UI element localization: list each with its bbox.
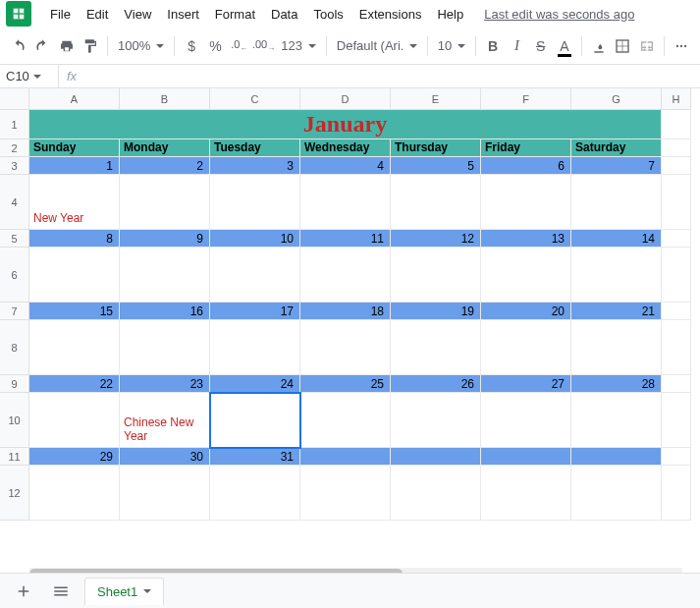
col-header-B[interactable]: B: [120, 88, 210, 110]
italic-button[interactable]: I: [506, 33, 527, 59]
day-header-sat[interactable]: Saturday: [571, 139, 662, 157]
event-cell[interactable]: [391, 320, 481, 375]
date-cell[interactable]: 18: [300, 303, 391, 320]
last-edit-link[interactable]: Last edit was seconds ago: [484, 7, 634, 22]
selected-cell[interactable]: [210, 393, 300, 448]
event-cell[interactable]: [210, 466, 300, 521]
date-cell[interactable]: 19: [391, 303, 481, 320]
row-header-5[interactable]: 5: [0, 230, 29, 248]
col-header-C[interactable]: C: [210, 88, 300, 110]
event-cell[interactable]: [391, 175, 481, 230]
name-box[interactable]: C10: [0, 65, 59, 87]
event-cell[interactable]: [571, 393, 662, 448]
date-cell[interactable]: 6: [481, 157, 571, 175]
date-cell[interactable]: 5: [391, 157, 481, 175]
event-cell[interactable]: [481, 248, 571, 303]
day-header-fri[interactable]: Friday: [481, 139, 571, 157]
day-header-tue[interactable]: Tuesday: [210, 139, 300, 157]
row-header-1[interactable]: 1: [0, 110, 29, 139]
cell[interactable]: [662, 175, 691, 230]
day-header-mon[interactable]: Monday: [120, 139, 210, 157]
select-all-corner[interactable]: [0, 88, 29, 110]
row-header-2[interactable]: 2: [0, 139, 29, 157]
date-cell[interactable]: 25: [300, 375, 391, 393]
undo-icon[interactable]: [8, 33, 29, 59]
col-header-G[interactable]: G: [571, 88, 662, 110]
row-header-10[interactable]: 10: [0, 393, 29, 448]
event-cell[interactable]: [120, 248, 210, 303]
date-cell[interactable]: 31: [210, 448, 300, 466]
date-cell[interactable]: 17: [210, 303, 300, 320]
date-cell[interactable]: 14: [571, 230, 662, 248]
event-cell[interactable]: [29, 320, 120, 375]
event-cell[interactable]: [571, 248, 662, 303]
date-cell[interactable]: [391, 448, 481, 466]
cell[interactable]: [662, 230, 691, 248]
bold-button[interactable]: B: [482, 33, 504, 59]
menu-extensions[interactable]: Extensions: [352, 3, 429, 26]
percent-button[interactable]: %: [204, 33, 226, 59]
menu-tools[interactable]: Tools: [306, 3, 350, 26]
event-cell[interactable]: [481, 393, 571, 448]
paint-format-icon[interactable]: [80, 33, 101, 59]
col-header-F[interactable]: F: [481, 88, 571, 110]
date-cell[interactable]: 22: [29, 375, 120, 393]
date-cell[interactable]: 21: [571, 303, 662, 320]
event-cell[interactable]: [300, 393, 391, 448]
zoom-select[interactable]: 100%: [114, 33, 168, 59]
date-cell[interactable]: 4: [300, 157, 391, 175]
merge-cells-icon[interactable]: [636, 33, 658, 59]
event-cell[interactable]: [300, 175, 391, 230]
formula-bar-input[interactable]: [84, 65, 700, 87]
cell[interactable]: [662, 248, 691, 303]
cell[interactable]: [662, 320, 691, 375]
date-cell[interactable]: 29: [29, 448, 120, 466]
date-cell[interactable]: 8: [29, 230, 120, 248]
menu-view[interactable]: View: [117, 3, 158, 26]
date-cell[interactable]: 26: [391, 375, 481, 393]
date-cell[interactable]: 13: [481, 230, 571, 248]
print-icon[interactable]: [56, 33, 78, 59]
date-cell[interactable]: 27: [481, 375, 571, 393]
currency-button[interactable]: $: [181, 33, 202, 59]
menu-file[interactable]: File: [43, 3, 78, 26]
date-cell[interactable]: 24: [210, 375, 300, 393]
event-cell[interactable]: [391, 466, 481, 521]
day-header-thu[interactable]: Thursday: [391, 139, 481, 157]
date-cell[interactable]: 15: [29, 303, 120, 320]
cell[interactable]: [662, 466, 691, 521]
date-cell[interactable]: [300, 448, 391, 466]
event-cell[interactable]: [210, 320, 300, 375]
date-cell[interactable]: 11: [300, 230, 391, 248]
menu-edit[interactable]: Edit: [80, 3, 115, 26]
row-header-7[interactable]: 7: [0, 303, 29, 320]
number-format-select[interactable]: 123: [277, 33, 320, 59]
date-cell[interactable]: [571, 448, 662, 466]
row-header-11[interactable]: 11: [0, 448, 29, 466]
row-header-4[interactable]: 4: [0, 175, 29, 230]
cell[interactable]: [662, 139, 691, 157]
row-header-3[interactable]: 3: [0, 157, 29, 175]
col-header-D[interactable]: D: [300, 88, 391, 110]
date-cell[interactable]: 7: [571, 157, 662, 175]
cell[interactable]: [662, 303, 691, 320]
add-sheet-button[interactable]: [10, 578, 37, 605]
month-title-cell[interactable]: January: [29, 110, 662, 139]
date-cell[interactable]: 12: [391, 230, 481, 248]
event-cell[interactable]: [120, 320, 210, 375]
row-header-8[interactable]: 8: [0, 320, 29, 375]
event-cell[interactable]: [210, 248, 300, 303]
event-cell[interactable]: [29, 466, 120, 521]
event-cell[interactable]: Chinese New Year: [120, 393, 210, 448]
date-cell[interactable]: 9: [120, 230, 210, 248]
row-header-12[interactable]: 12: [0, 466, 29, 521]
cell[interactable]: [662, 393, 691, 448]
event-cell[interactable]: [29, 393, 120, 448]
day-header-wed[interactable]: Wednesday: [300, 139, 391, 157]
date-cell[interactable]: 2: [120, 157, 210, 175]
sheets-logo-icon[interactable]: [6, 1, 31, 27]
date-cell[interactable]: 1: [29, 157, 120, 175]
sheet-tab[interactable]: Sheet1: [84, 578, 164, 605]
cell[interactable]: [662, 375, 691, 393]
event-cell[interactable]: [391, 393, 481, 448]
